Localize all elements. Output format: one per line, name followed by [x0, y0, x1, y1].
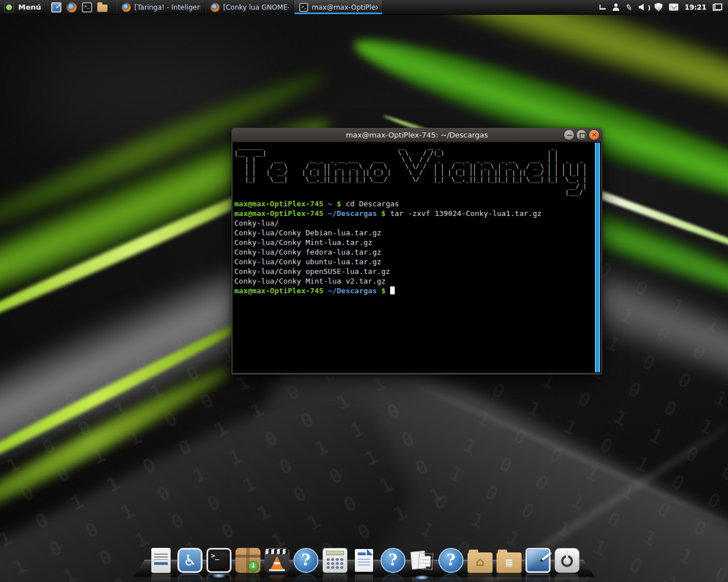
workspace-switcher-icon[interactable] — [713, 3, 722, 11]
power-shutdown-dock-icon[interactable] — [555, 548, 580, 573]
taskbar-item-label: [Taringa! - Inteligen... — [134, 3, 200, 11]
terminal-line: Conky-lua/Conky ubuntu-lua.tar.gz — [234, 257, 592, 267]
help-browser-3-dock-icon[interactable]: ? — [439, 548, 464, 573]
maximize-button[interactable] — [577, 130, 586, 140]
help-browser-2-dock-icon[interactable]: ? — [380, 548, 406, 573]
terminal-content[interactable]: _______ __ __ _ _ |__ __| \ \ / /(_) | | — [233, 142, 601, 373]
taskbar-item-terminal[interactable]: max@max-OptiPlex-... — [294, 0, 383, 14]
terminal-line: Conky-lua/Conky Mint-lua.tar.gz — [234, 238, 592, 247]
terminal-line: max@max-OptiPlex-745 ~ $ cd Descargas — [234, 199, 592, 209]
taskbar-item-label: max@max-OptiPlex-... — [312, 3, 378, 11]
terminal-scrollbar[interactable] — [595, 143, 600, 372]
firefox-launcher-icon[interactable] — [67, 2, 77, 13]
taskbar: [Taringa! - Inteligen... [Conky lua GNOM… — [117, 0, 383, 14]
terminal-line: Conky-lua/Conky Debian-lua.tar.gz — [234, 228, 592, 238]
terminal-icon — [299, 3, 308, 12]
system-tray: ✎✓19:21 — [599, 0, 728, 14]
window-pages-dock-icon[interactable] — [410, 548, 435, 573]
package-installer-dock-icon[interactable] — [235, 548, 260, 573]
panel-launchers — [51, 2, 107, 13]
window-title: max@max-OptiPlex-745: ~/Descargas — [346, 131, 488, 139]
calculator-dock-icon[interactable] — [322, 548, 348, 573]
menu-button[interactable]: Menú — [0, 0, 47, 14]
menu-label: Menú — [18, 3, 41, 11]
ascii-art-banner: _______ __ __ _ _ |__ __| \ \ / /(_) | | — [234, 143, 592, 196]
update-shield-icon[interactable]: ✓ — [655, 3, 663, 11]
minimized-window-icon[interactable] — [599, 5, 606, 10]
help-browser-dock-icon[interactable]: ? — [293, 548, 318, 573]
writer-document-dock-icon[interactable] — [351, 548, 377, 573]
terminal-line: Conky-lua/ — [234, 218, 592, 228]
dock: ♿>_???⌂ — [0, 537, 728, 582]
terminal-launcher-icon[interactable] — [82, 2, 92, 13]
terminal-line: Conky-lua/Conky openSUSE-lua.tar.gz — [234, 267, 592, 276]
desktop-preferences-dock-icon[interactable] — [526, 548, 551, 573]
vlc-player-dock-icon[interactable] — [264, 548, 289, 573]
terminal-prompt-line: max@max-OptiPlex-745 ~/Descargas $ — [234, 286, 592, 296]
minimize-button[interactable] — [564, 130, 574, 140]
mail-notifier-icon[interactable] — [669, 3, 679, 11]
user-switcher-icon[interactable] — [612, 3, 619, 11]
home-folder-dock-icon[interactable]: ⌂ — [468, 552, 493, 573]
terminal-line: Conky-lua/Conky Mint-lua v2.tar.gz — [234, 276, 592, 286]
terminal-line: Conky-lua/Conky fedora-lua.tar.gz — [234, 247, 592, 257]
running-indicator — [415, 575, 429, 580]
volume-icon[interactable] — [639, 3, 648, 11]
terminal-cursor — [390, 286, 395, 294]
close-button[interactable] — [589, 130, 599, 140]
dock-icons: ♿>_???⌂ — [148, 548, 580, 573]
window-buttons — [564, 130, 599, 140]
wallpaper-gray-glow — [23, 34, 262, 148]
clock[interactable]: 19:21 — [685, 3, 706, 11]
files-launcher-icon[interactable] — [97, 5, 107, 12]
terminal-titlebar[interactable]: max@max-OptiPlex-745: ~/Descargas — [231, 128, 602, 142]
terminal-window: max@max-OptiPlex-745: ~/Descargas ______… — [231, 128, 602, 375]
firefox-icon — [122, 3, 131, 12]
documents-folder-dock-icon[interactable] — [497, 552, 522, 573]
window-list-dock-icon[interactable] — [151, 548, 171, 573]
mint-logo-icon — [4, 2, 14, 13]
terminal-dock-icon[interactable]: >_ — [206, 548, 231, 573]
running-indicator — [212, 573, 226, 578]
taskbar-item-label: [Conky lua GNOME-... — [223, 3, 289, 11]
taskbar-item-conky-lua[interactable]: [Conky lua GNOME-... — [205, 0, 294, 14]
taskbar-item-taringa[interactable]: [Taringa! - Inteligen... — [117, 0, 205, 14]
top-panel: Menú [Taringa! - Inteligen... [Conky lua… — [0, 0, 728, 15]
desktop: 1 0 0 1 1 0 1 0 0 1 0 1 1 0 0 1 1 0 0 1 … — [0, 0, 728, 582]
accessibility-dock-icon[interactable]: ♿ — [177, 548, 202, 573]
tablet-pen-icon[interactable]: ✎ — [626, 3, 632, 12]
show-desktop-icon[interactable] — [51, 2, 61, 13]
terminal-line: max@max-OptiPlex-745 ~/Descargas $ tar -… — [234, 209, 592, 218]
firefox-icon — [210, 3, 220, 12]
